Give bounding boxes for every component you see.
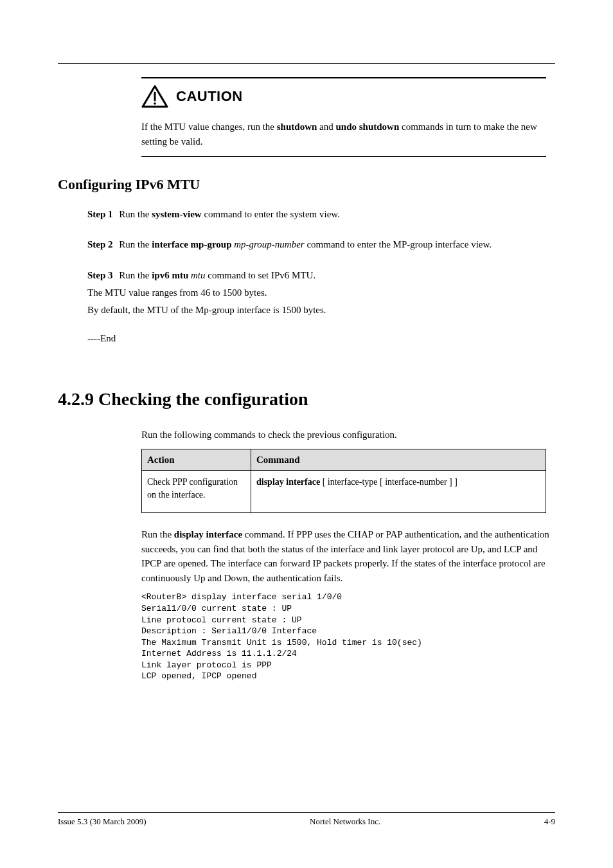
step-2-text: Run the interface mp-group mp-group-numb…: [119, 239, 492, 249]
table-header-row: Action Command: [142, 449, 546, 471]
heading-configuring-ipv6-mtu: Configuring IPv6 MTU: [58, 176, 555, 193]
footer-issue: Issue 5.3 (30 March 2009): [58, 817, 147, 827]
step-2-cmd: interface mp-group: [152, 239, 231, 249]
step-2-arg: mp-group-number: [234, 239, 304, 249]
step-3-text: Run the ipv6 mtu mtu command to set IPv6…: [119, 270, 315, 280]
caution-box: CAUTION If the MTU value changes, run th…: [141, 77, 546, 157]
section-intro: Run the following commands to check the …: [141, 428, 555, 442]
warning-triangle-icon: [141, 85, 168, 108]
table-cell-command: display interface [ interface-type [ int…: [251, 471, 546, 513]
svg-point-2: [154, 102, 156, 105]
step-2: Step 2 Run the interface mp-group mp-gro…: [87, 237, 555, 252]
step-3-cmd: ipv6 mtu: [152, 270, 188, 280]
step-2-label: Step 2: [87, 239, 113, 249]
step-3: Step 3 Run the ipv6 mtu mtu command to s…: [87, 268, 555, 318]
section-body: Run the following commands to check the …: [141, 428, 555, 682]
step-1: Step 1 Run the system-view command to en…: [87, 207, 555, 222]
caution-body-text: If the MTU value changes, run the shutdo…: [141, 116, 546, 156]
table-row: Check PPP configuration on the interface…: [142, 471, 546, 513]
footer-rule: [58, 812, 555, 813]
end-marker: ----End: [87, 333, 555, 344]
step-3-detail-1: The MTU value ranges from 46 to 1500 byt…: [87, 285, 555, 300]
footer: Issue 5.3 (30 March 2009) Nortel Network…: [58, 812, 555, 827]
check-table: Action Command Check PPP configuration o…: [141, 449, 546, 514]
display-output-block: <RouterB> display interface serial 1/0/0…: [141, 592, 555, 682]
step-3-label: Step 3: [87, 270, 113, 280]
table-header-action: Action: [142, 449, 251, 471]
caution-bottom-rule: [141, 156, 546, 157]
step-1-cmd: system-view: [152, 209, 201, 219]
step-1-label: Step 1: [87, 209, 113, 219]
heading-checking-configuration: 4.2.9 Checking the configuration: [58, 389, 555, 410]
footer-page: 4-9: [544, 817, 555, 827]
page: CAUTION If the MTU value changes, run th…: [0, 0, 613, 868]
footer-row: Issue 5.3 (30 March 2009) Nortel Network…: [58, 817, 555, 827]
table-cell-action: Check PPP configuration on the interface…: [142, 471, 251, 513]
post-table-paragraph: Run the display interface command. If PP…: [141, 527, 555, 585]
footer-copyright: Nortel Networks Inc.: [310, 817, 380, 827]
step-3-arg: mtu: [191, 270, 206, 280]
step-3-detail-2: By default, the MTU of the Mp-group inte…: [87, 303, 555, 318]
table-header-command: Command: [251, 449, 546, 471]
caution-header: CAUTION: [141, 78, 546, 116]
step-1-text: Run the system-view command to enter the…: [119, 209, 340, 219]
caution-label: CAUTION: [176, 88, 243, 105]
header-rule: [58, 63, 555, 64]
